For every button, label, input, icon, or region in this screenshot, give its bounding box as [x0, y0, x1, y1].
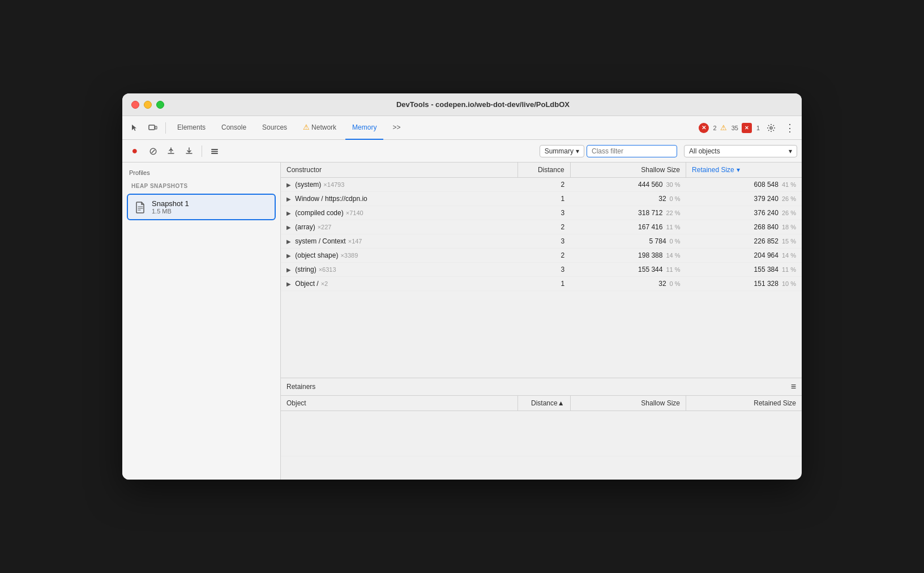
retained-pct: 26 % — [782, 195, 796, 202]
cell-shallow: 167 41611 % — [570, 220, 686, 234]
table-row[interactable]: ▶ (array)×227 2 167 41611 % 268 84018 % — [281, 220, 802, 234]
cell-constructor: ▶ system / Context×147 — [281, 234, 517, 249]
row-expand-icon[interactable]: ▶ — [286, 224, 291, 230]
retainers-menu-icon[interactable]: ≡ — [791, 382, 796, 392]
row-count: ×2 — [321, 280, 328, 287]
cell-retained: 379 24026 % — [686, 192, 802, 206]
tab-separator-1 — [165, 122, 166, 134]
col-header-distance[interactable]: Distance — [517, 163, 570, 178]
shallow-pct: 22 % — [666, 209, 680, 216]
retainer-col-shallow[interactable]: Shallow Size — [570, 396, 686, 411]
retained-pct: 11 % — [782, 266, 796, 273]
export-button[interactable] — [163, 143, 179, 159]
shallow-pct: 11 % — [666, 224, 680, 230]
row-expand-icon[interactable]: ▶ — [286, 210, 291, 216]
table-body: ▶ (system)×14793 2 444 56030 % 608 54841… — [281, 178, 802, 291]
import-button[interactable] — [181, 143, 197, 159]
retainer-col-retained[interactable]: Retained Size — [686, 396, 802, 411]
cell-retained: 226 85215 % — [686, 234, 802, 249]
svg-rect-4 — [211, 151, 218, 152]
cell-shallow: 318 71222 % — [570, 206, 686, 220]
table-row[interactable]: ▶ Object /×2 1 320 % 151 32810 % — [281, 277, 802, 291]
clear-button[interactable]: ⊘ — [145, 143, 161, 159]
row-expand-icon[interactable]: ▶ — [286, 182, 291, 188]
summary-chevron-icon: ▾ — [576, 147, 579, 155]
table-header-row: Constructor Distance Shallow Size Retain… — [281, 163, 802, 178]
snapshot-item[interactable]: Snapshot 1 1.5 MB — [127, 194, 276, 220]
error-count: 2 — [713, 125, 717, 131]
settings-icon[interactable] — [763, 120, 779, 136]
retainers-title: Retainers — [286, 383, 315, 391]
global-warn-icon: ⚠ — [720, 123, 727, 132]
col-header-retained-size[interactable]: Retained Size ▾ — [686, 163, 712, 177]
retainers-table-area[interactable]: Object Distance▲ Shallow Size Retained S… — [281, 396, 802, 480]
row-expand-icon[interactable]: ▶ — [286, 196, 291, 202]
table-row[interactable]: ▶ (compiled code)×7140 3 318 71222 % 376… — [281, 206, 802, 220]
maximize-button[interactable] — [156, 101, 164, 109]
kebab-menu-icon[interactable]: ⋮ — [782, 122, 797, 134]
table-row[interactable]: ▶ system / Context×147 3 5 7840 % 226 85… — [281, 234, 802, 249]
info-count: 1 — [756, 125, 760, 131]
tab-console[interactable]: Console — [215, 116, 253, 140]
traffic-lights — [131, 101, 164, 109]
cell-retained: 204 96414 % — [686, 249, 802, 263]
retainers-header: Retainers ≡ — [281, 378, 802, 396]
close-button[interactable] — [131, 101, 139, 109]
summary-dropdown[interactable]: Summary ▾ — [540, 145, 584, 157]
retainers-table: Object Distance▲ Shallow Size Retained S… — [281, 396, 802, 456]
table-row[interactable]: ▶ (object shape)×3389 2 198 38814 % 204 … — [281, 249, 802, 263]
svg-rect-1 — [155, 126, 157, 129]
cell-distance: 2 — [517, 220, 570, 234]
record-button[interactable]: ● — [127, 143, 143, 159]
device-toggle-icon[interactable] — [145, 120, 161, 136]
cell-constructor: ▶ Window / https://cdpn.io — [281, 192, 517, 206]
col-header-shallow-size[interactable]: Shallow Size — [570, 163, 686, 178]
shallow-pct: 0 % — [670, 280, 681, 287]
table-row[interactable]: ▶ (system)×14793 2 444 56030 % 608 54841… — [281, 178, 802, 192]
info-badge[interactable]: ✕ — [742, 123, 752, 133]
tab-more[interactable]: >> — [386, 116, 407, 140]
retained-pct: 14 % — [782, 252, 796, 259]
tab-memory[interactable]: Memory — [345, 116, 383, 140]
col-header-constructor[interactable]: Constructor — [281, 163, 517, 178]
devtools-window: DevTools - codepen.io/web-dot-dev/live/P… — [122, 93, 802, 480]
row-count: ×3389 — [340, 252, 358, 259]
tab-sources[interactable]: Sources — [255, 116, 294, 140]
row-expand-icon[interactable]: ▶ — [286, 267, 291, 273]
row-count: ×7140 — [346, 209, 363, 216]
cell-retained: 608 54841 % — [686, 178, 802, 192]
cell-constructor: ▶ (string)×6313 — [281, 263, 517, 277]
retainer-col-object[interactable]: Object — [281, 396, 517, 411]
table-row[interactable]: ▶ (string)×6313 3 155 34411 % 155 38411 … — [281, 263, 802, 277]
main-content: Profiles HEAP SNAPSHOTS Snapshot 1 1.5 M… — [122, 163, 802, 480]
cell-distance: 2 — [517, 249, 570, 263]
error-badge[interactable]: ✕ — [699, 123, 709, 133]
cell-distance: 3 — [517, 234, 570, 249]
snapshot-info: Snapshot 1 1.5 MB — [152, 199, 269, 215]
minimize-button[interactable] — [144, 101, 152, 109]
all-objects-chevron-icon: ▾ — [789, 147, 792, 155]
main-table-area[interactable]: Constructor Distance Shallow Size Retain… — [281, 163, 802, 378]
cell-shallow: 320 % — [570, 192, 686, 206]
profiles-menu-icon[interactable] — [207, 143, 223, 159]
profiles-title: Profiles — [127, 169, 276, 176]
retainers-body — [281, 411, 802, 456]
shallow-pct: 11 % — [666, 266, 680, 273]
row-expand-icon[interactable]: ▶ — [286, 281, 291, 287]
secondary-toolbar: ● ⊘ Summary ▾ — [122, 140, 802, 163]
cell-shallow: 198 38814 % — [570, 249, 686, 263]
cursor-icon[interactable] — [127, 120, 143, 136]
all-objects-dropdown[interactable]: All objects ▾ — [684, 145, 797, 157]
warn-count: 35 — [732, 125, 738, 131]
row-count: ×6313 — [319, 266, 336, 273]
tab-network[interactable]: ⚠ Network — [296, 116, 343, 140]
table-row[interactable]: ▶ Window / https://cdpn.io 1 320 % 379 2… — [281, 192, 802, 206]
retainers-header-row: Object Distance▲ Shallow Size Retained S… — [281, 396, 802, 411]
heap-snapshots-label: HEAP SNAPSHOTS — [127, 181, 276, 191]
row-expand-icon[interactable]: ▶ — [286, 253, 291, 259]
tab-elements[interactable]: Elements — [170, 116, 212, 140]
row-expand-icon[interactable]: ▶ — [286, 238, 291, 245]
class-filter-input[interactable] — [587, 145, 677, 157]
retainers-empty-row — [281, 411, 802, 456]
retainer-col-distance[interactable]: Distance▲ — [517, 396, 570, 411]
